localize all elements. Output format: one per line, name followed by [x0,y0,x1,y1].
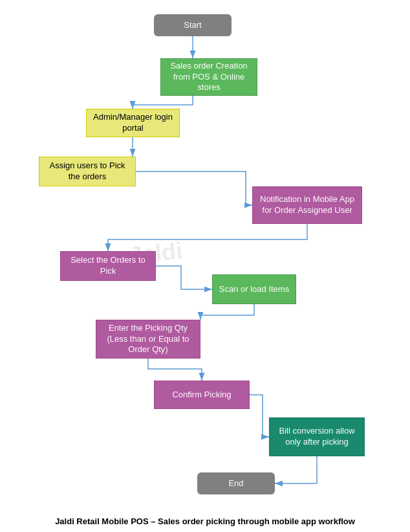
bill-conversion-node: Bill conversion allow only after picking [269,417,365,456]
admin-login-node: Admin/Manager login portal [86,109,180,137]
scan-load-node: Scan or load Items [212,274,296,304]
assign-users-node: Assign users to Pick the orders [39,157,136,186]
footer-text: Jaldi Retail Mobile POS – Sales order pi… [0,511,410,531]
confirm-picking-node: Confirm Picking [154,381,250,409]
end-node: End [197,472,275,494]
enter-qty-node: Enter the Picking Qty (Less than or Equa… [96,320,200,359]
notification-node: Notification in Mobile App for Order Ass… [252,186,362,224]
diagram-container: Jaldi Start Sales order Creation fr [0,0,410,511]
start-node: Start [154,14,232,36]
sales-order-node: Sales order Creation from POS & Online s… [160,58,257,96]
select-orders-node: Select the Orders to Pick [60,251,156,281]
